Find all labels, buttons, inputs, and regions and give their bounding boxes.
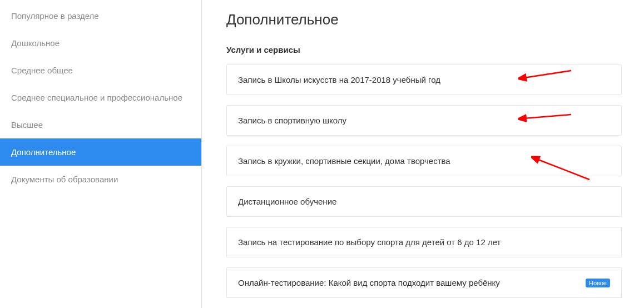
sidebar-item-popular[interactable]: Популярное в разделе [0,2,201,29]
service-label: Запись на тестирование по выбору спорта … [238,237,501,247]
sidebar-item-general-secondary[interactable]: Среднее общее [0,57,201,84]
service-card-distance-learning[interactable]: Дистанционное обучение [226,186,622,217]
service-label: Запись в Школы искусств на 2017-2018 уче… [238,75,440,85]
sidebar-item-higher[interactable]: Высшее [0,111,201,138]
service-label: Дистанционное обучение [238,197,336,206]
sidebar-item-preschool[interactable]: Дошкольное [0,29,201,57]
sidebar-item-special-professional[interactable]: Среднее специальное и профессиональное [0,84,201,111]
annotation-arrow-3 [531,149,592,182]
sidebar-item-additional[interactable]: Дополнительное [0,138,201,166]
svg-line-1 [524,115,571,118]
service-card-online-testing[interactable]: Онлайн-тестирование: Какой вид спорта по… [226,267,622,298]
new-badge: Новое [586,279,610,287]
sidebar-item-documents[interactable]: Документы об образовании [0,166,201,193]
svg-line-2 [537,159,589,180]
service-label: Запись в кружки, спортивные секции, дома… [238,156,450,166]
annotation-arrow-2 [518,110,574,127]
service-card-sport-testing[interactable]: Запись на тестирование по выбору спорта … [226,227,622,257]
service-label: Запись в спортивную школу [238,116,346,125]
sidebar: Популярное в разделе Дошкольное Среднее … [0,0,202,308]
svg-line-0 [524,71,571,78]
page-title: Дополнительное [226,11,622,28]
annotation-arrow-1 [518,68,574,85]
section-title: Услуги и сервисы [226,45,622,54]
service-label: Онлайн-тестирование: Какой вид спорта по… [238,278,500,287]
